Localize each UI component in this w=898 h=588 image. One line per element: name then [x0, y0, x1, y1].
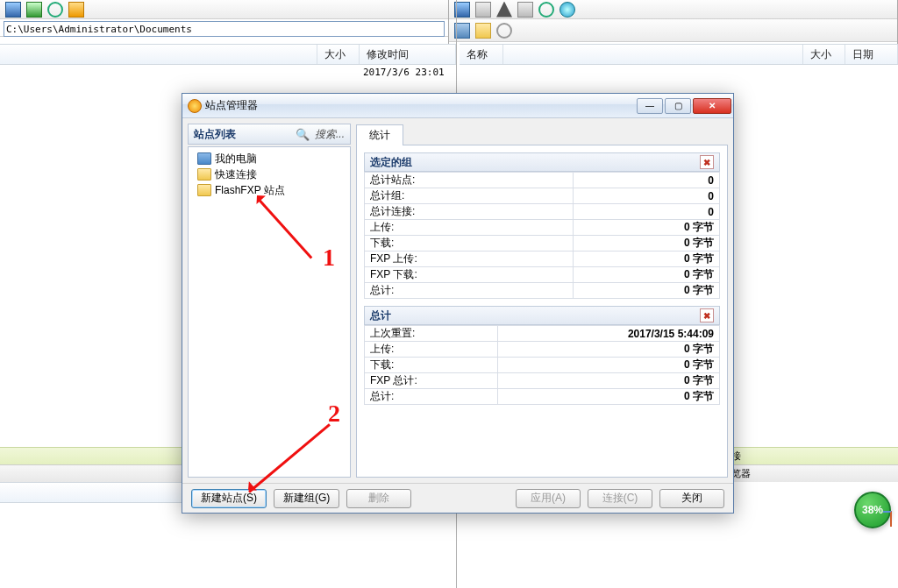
tree-item-label: 快速连接	[215, 167, 257, 182]
clear-total-icon[interactable]: ✖	[700, 308, 714, 322]
minimize-button[interactable]: —	[637, 98, 663, 114]
stat-row: 上传:0 字节	[365, 220, 720, 236]
toolbar-icon[interactable]	[68, 2, 84, 18]
close-dialog-button[interactable]: 关闭	[659, 489, 724, 508]
stat-value: 0 字节	[573, 283, 719, 299]
dialog-titlebar[interactable]: 站点管理器 — ▢ ✕	[182, 94, 733, 118]
col-mtime[interactable]: 修改时间	[360, 45, 456, 64]
toolbar-icon[interactable]	[517, 2, 533, 18]
stats-total-table: 上次重置:2017/3/15 5:44:09上传:0 字节下载:0 字节FXP …	[364, 325, 720, 405]
tab-strip: 统计	[356, 124, 728, 145]
disconnect-icon[interactable]	[475, 2, 491, 18]
tree-item-label: 我的电脑	[215, 152, 257, 166]
stat-key: 下载:	[365, 358, 498, 373]
stat-value: 0	[573, 188, 719, 204]
annotation-number-2: 2	[328, 401, 340, 426]
stat-key: FXP 上传:	[365, 251, 574, 267]
tree-item[interactable]: FlashFXP 站点	[190, 182, 348, 198]
stat-row: FXP 下载:0 字节	[365, 267, 720, 283]
folder-icon	[197, 168, 211, 181]
tree-item[interactable]: 快速连接	[190, 166, 348, 182]
stat-value: 0 字节	[498, 342, 720, 358]
stat-key: 总计:	[365, 283, 574, 299]
stat-key: 下载:	[365, 236, 574, 251]
refresh-icon[interactable]	[47, 2, 63, 18]
remote-status: 接 览器	[728, 447, 898, 482]
refresh-icon[interactable]	[538, 2, 554, 18]
stat-row: 总计站点:0	[365, 173, 720, 188]
site-manager-dialog: 站点管理器 — ▢ ✕ 站点列表 🔍 搜索... 我的电脑快速连接FlashFX…	[182, 93, 734, 514]
stat-key: FXP 下载:	[365, 267, 574, 283]
progress-badge: 38%	[854, 492, 891, 528]
local-toolbar	[0, 0, 448, 19]
globe-icon[interactable]	[559, 2, 575, 18]
computer-icon	[197, 152, 211, 165]
stat-value: 2017/3/15 5:44:09	[498, 326, 720, 342]
remote-subtoolbar	[449, 19, 897, 42]
group-selected-header: 选定的组 ✖	[364, 152, 720, 172]
stat-key: 上传:	[365, 220, 574, 236]
folder-icon	[197, 184, 211, 196]
back-icon[interactable]	[496, 23, 512, 39]
toolbar-icon[interactable]	[5, 2, 21, 18]
col-name[interactable]: 名称	[460, 45, 503, 64]
dialog-title-text: 站点管理器	[205, 98, 258, 113]
site-list-title: 站点列表	[194, 127, 236, 142]
path-input[interactable]	[4, 21, 445, 37]
search-icon[interactable]: 🔍	[296, 128, 310, 141]
stat-value: 0 字节	[498, 389, 720, 405]
annotation-number-1: 1	[323, 245, 335, 270]
dialog-button-bar: 新建站点(S) 新建组(G) 删除 应用(A) 连接(C) 关闭	[182, 483, 733, 513]
stat-value: 0 字节	[573, 267, 719, 283]
stat-row: 总计组:0	[365, 188, 720, 204]
tab-stats[interactable]: 统计	[356, 124, 403, 145]
apply-button[interactable]: 应用(A)	[516, 489, 581, 508]
maximize-button[interactable]: ▢	[665, 98, 691, 114]
stats-panel: 选定的组 ✖ 总计站点:0总计组:0总计连接:0上传:0 字节下载:0 字节FX…	[356, 145, 728, 478]
remote-toolbar	[449, 0, 897, 19]
group-total-header: 总计 ✖	[364, 306, 720, 325]
col-size[interactable]: 大小	[803, 45, 845, 64]
delete-button[interactable]: 删除	[346, 489, 411, 508]
stat-row: 上次重置:2017/3/15 5:44:09	[365, 326, 720, 342]
stat-value: 0 字节	[498, 358, 720, 373]
stat-row: 下载:0 字节	[365, 236, 720, 251]
stat-value: 0 字节	[498, 373, 720, 389]
col-date[interactable]: 日期	[845, 45, 898, 64]
stat-key: 上传:	[365, 342, 498, 358]
stat-key: 上次重置:	[365, 326, 498, 342]
tree-item[interactable]: 我的电脑	[190, 151, 348, 166]
stat-row: 总计:0 字节	[365, 283, 720, 299]
stat-value: 0	[573, 204, 719, 220]
stats-selected-table: 总计站点:0总计组:0总计连接:0上传:0 字节下载:0 字节FXP 上传:0 …	[364, 172, 720, 299]
local-list-header: 大小 修改时间	[0, 44, 456, 65]
abort-icon[interactable]	[496, 2, 512, 18]
site-manager-icon	[188, 99, 202, 113]
stat-value: 0 字节	[573, 236, 719, 251]
stat-row: 总计:0 字节	[365, 389, 720, 405]
stat-value: 0	[573, 173, 719, 188]
remote-list-header: 名称 大小 日期	[460, 44, 898, 65]
stat-key: FXP 总计:	[365, 373, 498, 389]
new-group-button[interactable]: 新建组(G)	[274, 489, 339, 508]
stat-row: FXP 总计:0 字节	[365, 373, 720, 389]
toolbar-icon[interactable]	[26, 2, 42, 18]
history-icon[interactable]	[475, 23, 491, 39]
stat-row: 总计连接:0	[365, 204, 720, 220]
connect-button[interactable]: 连接(C)	[588, 489, 652, 508]
clear-selected-icon[interactable]: ✖	[700, 155, 714, 169]
stat-key: 总计连接:	[365, 204, 574, 220]
col-size[interactable]: 大小	[317, 45, 360, 64]
stat-row: 上传:0 字节	[365, 342, 720, 358]
site-list-header: 站点列表 🔍 搜索...	[188, 124, 351, 145]
stat-key: 总计组:	[365, 188, 574, 204]
stat-row: 下载:0 字节	[365, 358, 720, 373]
stat-key: 总计:	[365, 389, 498, 405]
stat-row: FXP 上传:0 字节	[365, 251, 720, 267]
close-button[interactable]: ✕	[693, 98, 731, 114]
search-placeholder[interactable]: 搜索...	[315, 127, 345, 142]
stat-value: 0 字节	[573, 251, 719, 267]
stat-value: 0 字节	[573, 220, 719, 236]
stat-key: 总计站点:	[365, 173, 574, 188]
